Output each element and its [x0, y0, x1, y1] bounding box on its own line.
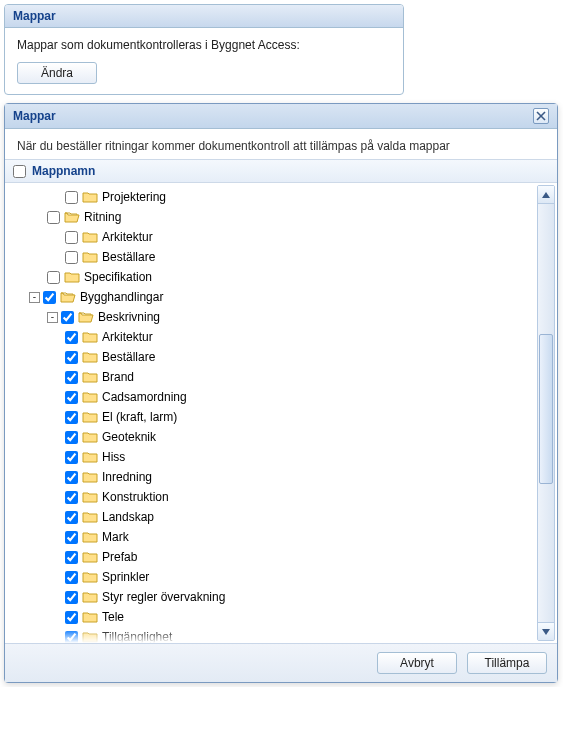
tree-row[interactable]: Inredning	[11, 467, 557, 487]
folder-checkbox[interactable]	[65, 551, 78, 564]
folder-checkbox[interactable]	[65, 411, 78, 424]
indent-spacer	[11, 577, 65, 578]
tree-row[interactable]: Arkitektur	[11, 227, 557, 247]
folder-label: Projektering	[102, 190, 166, 204]
tree-row[interactable]: Specifikation	[11, 267, 557, 287]
folder-icon	[82, 190, 98, 204]
folder-label: El (kraft, larm)	[102, 410, 177, 424]
select-all-checkbox[interactable]	[13, 165, 26, 178]
folder-label: Geoteknik	[102, 430, 156, 444]
folder-checkbox[interactable]	[65, 591, 78, 604]
indent-spacer	[11, 197, 65, 198]
tree-row[interactable]: Hiss	[11, 447, 557, 467]
tree-row[interactable]: -Bygghandlingar	[11, 287, 557, 307]
folder-label: Cadsamordning	[102, 390, 187, 404]
tree-row[interactable]: Tillgänglighet	[11, 627, 557, 643]
chevron-up-icon	[541, 190, 551, 200]
collapse-toggle[interactable]: -	[47, 312, 58, 323]
folder-checkbox[interactable]	[65, 431, 78, 444]
collapse-toggle[interactable]: -	[29, 292, 40, 303]
folder-checkbox[interactable]	[65, 351, 78, 364]
folder-checkbox[interactable]	[65, 451, 78, 464]
folder-icon	[64, 270, 80, 284]
tree-row[interactable]: Tele	[11, 607, 557, 627]
indent-spacer	[11, 257, 65, 258]
folder-checkbox[interactable]	[65, 231, 78, 244]
vertical-scrollbar[interactable]	[537, 185, 555, 641]
indent-spacer	[11, 357, 65, 358]
scroll-thumb[interactable]	[539, 334, 553, 484]
folder-checkbox[interactable]	[65, 531, 78, 544]
indent-spacer	[11, 417, 65, 418]
tree-row[interactable]: Arkitektur	[11, 327, 557, 347]
indent-spacer	[11, 557, 65, 558]
folder-icon	[82, 550, 98, 564]
folder-checkbox[interactable]	[65, 371, 78, 384]
tree-row[interactable]: Sprinkler	[11, 567, 557, 587]
tree-row[interactable]: Landskap	[11, 507, 557, 527]
chevron-down-icon	[541, 627, 551, 637]
cancel-button[interactable]: Avbryt	[377, 652, 457, 674]
tree-row[interactable]: Styr regler övervakning	[11, 587, 557, 607]
scroll-down-button[interactable]	[538, 622, 554, 640]
indent-spacer	[11, 297, 29, 298]
tree-row[interactable]: Ritning	[11, 207, 557, 227]
folder-label: Inredning	[102, 470, 152, 484]
tree-row[interactable]: Geoteknik	[11, 427, 557, 447]
folder-checkbox[interactable]	[65, 631, 78, 644]
folder-checkbox[interactable]	[43, 291, 56, 304]
scroll-up-button[interactable]	[538, 186, 554, 204]
folder-checkbox[interactable]	[47, 271, 60, 284]
indent-spacer	[11, 497, 65, 498]
folder-checkbox[interactable]	[65, 571, 78, 584]
folder-label: Tele	[102, 610, 124, 624]
tree-row[interactable]: Mark	[11, 527, 557, 547]
tree-row[interactable]: Beställare	[11, 247, 557, 267]
folder-checkbox[interactable]	[65, 471, 78, 484]
folder-checkbox[interactable]	[47, 211, 60, 224]
folder-label: Konstruktion	[102, 490, 169, 504]
folder-checkbox[interactable]	[65, 511, 78, 524]
apply-button[interactable]: Tillämpa	[467, 652, 547, 674]
close-icon	[536, 111, 546, 121]
close-button[interactable]	[533, 108, 549, 124]
tree-row[interactable]: Brand	[11, 367, 557, 387]
folder-label: Mark	[102, 530, 129, 544]
indent-spacer	[11, 237, 65, 238]
folder-label: Bygghandlingar	[80, 290, 163, 304]
folder-checkbox[interactable]	[65, 611, 78, 624]
folder-checkbox[interactable]	[65, 391, 78, 404]
folder-checkbox[interactable]	[61, 311, 74, 324]
folder-icon	[82, 470, 98, 484]
folder-checkbox[interactable]	[65, 331, 78, 344]
folder-checkbox[interactable]	[65, 191, 78, 204]
folder-label: Sprinkler	[102, 570, 149, 584]
folder-tree: ProjekteringRitningArkitekturBeställareS…	[5, 183, 557, 643]
indent-spacer	[11, 377, 65, 378]
tree-row[interactable]: El (kraft, larm)	[11, 407, 557, 427]
tree-row[interactable]: -Beskrivning	[11, 307, 557, 327]
folder-checkbox[interactable]	[65, 491, 78, 504]
folder-label: Prefab	[102, 550, 137, 564]
folder-icon	[82, 450, 98, 464]
folder-icon	[82, 510, 98, 524]
indent-spacer	[11, 217, 47, 218]
folder-icon	[82, 530, 98, 544]
folder-icon	[82, 410, 98, 424]
indent-spacer	[11, 477, 65, 478]
folders-panel-title: Mappar	[5, 5, 403, 28]
dialog-title: Mappar	[13, 109, 56, 123]
change-button[interactable]: Ändra	[17, 62, 97, 84]
tree-row[interactable]: Projektering	[11, 187, 557, 207]
folder-label: Arkitektur	[102, 330, 153, 344]
tree-row[interactable]: Cadsamordning	[11, 387, 557, 407]
folder-checkbox[interactable]	[65, 251, 78, 264]
svg-marker-3	[542, 629, 550, 635]
tree-row[interactable]: Prefab	[11, 547, 557, 567]
dialog-header: Mappar	[5, 104, 557, 129]
tree-row[interactable]: Beställare	[11, 347, 557, 367]
folder-icon	[82, 610, 98, 624]
scroll-track[interactable]	[538, 204, 554, 622]
tree-row[interactable]: Konstruktion	[11, 487, 557, 507]
folder-icon	[82, 390, 98, 404]
